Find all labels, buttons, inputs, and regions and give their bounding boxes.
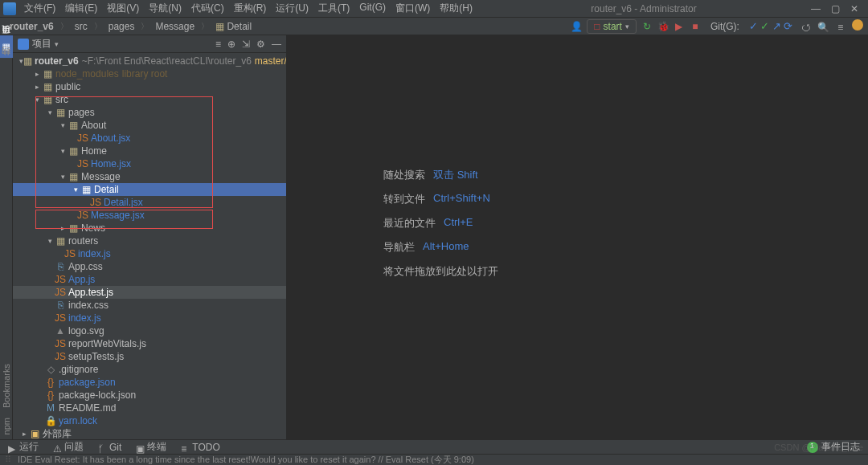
window-title: router_v6 - Administrator <box>477 3 810 14</box>
menu-view[interactable]: 视图(V) <box>102 0 144 17</box>
tree-external-libs[interactable]: ▸▣外部库 <box>13 427 286 439</box>
git-section-label: Git(G): <box>706 21 744 32</box>
tree-src[interactable]: ▾▦src <box>13 93 286 106</box>
tree-routers-index[interactable]: JSindex.js <box>13 247 286 260</box>
editor-area[interactable]: 随处搜索 双击 Shift 转到文件 Ctrl+Shift+N 最近的文件 Ct… <box>287 35 868 439</box>
tree-setuptests[interactable]: JSsetupTests.js <box>13 350 286 363</box>
menu-file[interactable]: 文件(F) <box>19 0 60 17</box>
tree-home[interactable]: ▾▦Home <box>13 145 286 157</box>
menu-tools[interactable]: 工具(T) <box>313 0 354 17</box>
menu-bar: 文件(F) 编辑(E) 视图(V) 导航(N) 代码(C) 重构(R) 运行(U… <box>19 0 477 17</box>
title-bar: 文件(F) 编辑(E) 视图(V) 导航(N) 代码(C) 重构(R) 运行(U… <box>0 0 868 18</box>
tree-routers[interactable]: ▾▦routers <box>13 235 286 247</box>
app-icon <box>3 2 16 15</box>
run-coverage-icon[interactable]: ▶ <box>674 21 685 32</box>
minimize-icon[interactable]: — <box>810 3 821 14</box>
tool-tab-npm[interactable]: npm <box>1 413 12 439</box>
tree-app-css[interactable]: ⎘App.css <box>13 260 286 273</box>
breadcrumb: router_v6〉 src〉 pages〉 Message〉 ▦ Detail <box>5 20 256 33</box>
project-panel: 项目 ▾ ≡ ⊕ ⇲ ⚙ — ▾▦ router_v6 ~F:\Front En… <box>13 35 287 439</box>
tree-root[interactable]: ▾▦ router_v6 ~F:\Front End\React\reactCL… <box>13 55 286 67</box>
stop-icon[interactable]: ■ <box>690 21 701 32</box>
git-push-icon[interactable]: ↗ <box>772 20 781 32</box>
bottom-tab-problems[interactable]: ⚠问题 <box>53 440 84 454</box>
tree-news[interactable]: ▸▦News <box>13 222 286 235</box>
bottom-toolbar: ▶运行 ⚠问题 ᚶGit ▣终端 ≡TODO 事件日志 <box>0 439 868 454</box>
tree-node-modules[interactable]: ▸▦node_modules library root <box>13 67 286 80</box>
search-icon[interactable]: 🔍 <box>817 22 829 33</box>
tree-about-jsx[interactable]: JSAbout.jsx <box>13 132 286 145</box>
tree-about[interactable]: ▾▦About <box>13 119 286 132</box>
crumb-root[interactable]: router_v6 <box>5 20 59 33</box>
menu-help[interactable]: 帮助(H) <box>435 0 477 17</box>
menu-code[interactable]: 代码(C) <box>186 0 229 17</box>
nav-toolbar: 👤▾ □ start ▾ ↻ 🐞 ▶ ■ Git(G): ✓ ✓ ↗ ⟳ ⭯ 🔍… <box>571 19 863 34</box>
tree-message-jsx[interactable]: JSMessage.jsx <box>13 209 286 222</box>
notification-badge-icon[interactable] <box>852 19 863 31</box>
tree-pages[interactable]: ▾▦pages <box>13 106 286 119</box>
warning-icon: ⚠ <box>53 443 61 451</box>
project-tree[interactable]: ▾▦ router_v6 ~F:\Front End\React\reactCL… <box>13 53 286 439</box>
tree-package-lock[interactable]: {}package-lock.json <box>13 389 286 402</box>
todo-icon: ≡ <box>181 443 189 451</box>
tree-logo-svg[interactable]: ▲logo.svg <box>13 324 286 337</box>
close-icon[interactable]: ✕ <box>849 3 860 14</box>
play-icon: ▶ <box>8 443 16 451</box>
tree-app-js[interactable]: JSApp.js <box>13 273 286 286</box>
project-icon <box>18 39 29 50</box>
chevron-down-icon[interactable]: ▾ <box>55 40 59 48</box>
navigation-bar: router_v6〉 src〉 pages〉 Message〉 ▦ Detail… <box>0 18 868 35</box>
bottom-tab-run[interactable]: ▶运行 <box>8 440 39 454</box>
git-update-icon[interactable]: ✓ <box>749 20 758 32</box>
maximize-icon[interactable]: ▢ <box>829 3 841 14</box>
branch-icon: ᚶ <box>98 443 106 451</box>
bottom-tab-todo[interactable]: ≡TODO <box>181 440 219 454</box>
tree-reportwebvitals[interactable]: JSreportWebVitals.js <box>13 337 286 350</box>
crumb-detail[interactable]: ▦ Detail <box>211 20 256 33</box>
tool-tab-structure[interactable]: 结构 <box>0 58 13 67</box>
bottom-tab-git[interactable]: ᚶGit <box>98 440 121 454</box>
crumb-src[interactable]: src <box>70 20 92 33</box>
run-config-selector[interactable]: □ start ▾ <box>587 19 637 34</box>
tree-public[interactable]: ▸▦public <box>13 80 286 93</box>
tree-index-css[interactable]: ⎘index.css <box>13 299 286 312</box>
crumb-pages[interactable]: pages <box>104 20 140 33</box>
menu-edit[interactable]: 编辑(E) <box>60 0 102 17</box>
bottom-tab-terminal[interactable]: ▣终端 <box>136 440 166 454</box>
debug-icon[interactable]: 🐞 <box>657 21 669 32</box>
crumb-message[interactable]: Message <box>150 20 199 33</box>
run-icon[interactable]: ↻ <box>641 21 653 32</box>
tool-tab-bookmarks[interactable]: Bookmarks <box>1 359 12 413</box>
tool-tab-project[interactable]: ▦ 项目 <box>0 35 13 58</box>
window-controls: — ▢ ✕ <box>810 3 865 14</box>
menu-window[interactable]: 窗口(W) <box>391 0 435 17</box>
tree-yarn-lock[interactable]: 🔒yarn.lock <box>13 414 286 427</box>
user-icon[interactable]: 👤▾ <box>571 21 582 32</box>
tree-message[interactable]: ▾▦Message <box>13 170 286 183</box>
grip-icon: ⠿ <box>5 455 14 465</box>
select-open-icon[interactable]: ⊕ <box>227 39 235 50</box>
collapse-icon[interactable]: ⇲ <box>242 39 250 50</box>
tree-readme[interactable]: MREADME.md <box>13 402 286 414</box>
git-history-icon[interactable]: ⟳ <box>784 20 792 32</box>
tree-index-js[interactable]: JSindex.js <box>13 312 286 324</box>
main-area: ▦ 项目 结构 Bookmarks npm 项目 ▾ ≡ ⊕ ⇲ ⚙ — <box>0 35 868 439</box>
tree-detail-jsx[interactable]: JSDetail.jsx <box>13 196 286 209</box>
menu-run[interactable]: 运行(U) <box>271 0 313 17</box>
expand-all-icon[interactable]: ≡ <box>215 39 221 50</box>
gear-icon[interactable]: ⚙ <box>256 39 265 50</box>
menu-navigate[interactable]: 导航(N) <box>144 0 186 17</box>
tree-package-json[interactable]: {}package.json <box>13 376 286 389</box>
tree-app-test[interactable]: JSApp.test.js <box>13 286 286 299</box>
back-icon[interactable]: ⭯ <box>800 22 812 33</box>
hide-panel-icon[interactable]: — <box>272 39 281 50</box>
watermark: CSDN @Platonic_love <box>774 443 863 452</box>
tree-detail[interactable]: ▾▦Detail <box>13 183 286 196</box>
settings-icon[interactable]: ≡ <box>835 22 846 33</box>
npm-icon: □ <box>594 21 600 32</box>
git-commit-icon[interactable]: ✓ <box>760 20 769 32</box>
tree-gitignore[interactable]: ◇.gitignore <box>13 363 286 376</box>
tree-home-jsx[interactable]: JSHome.jsx <box>13 157 286 170</box>
menu-git[interactable]: Git(G) <box>354 0 391 17</box>
menu-refactor[interactable]: 重构(R) <box>229 0 272 17</box>
